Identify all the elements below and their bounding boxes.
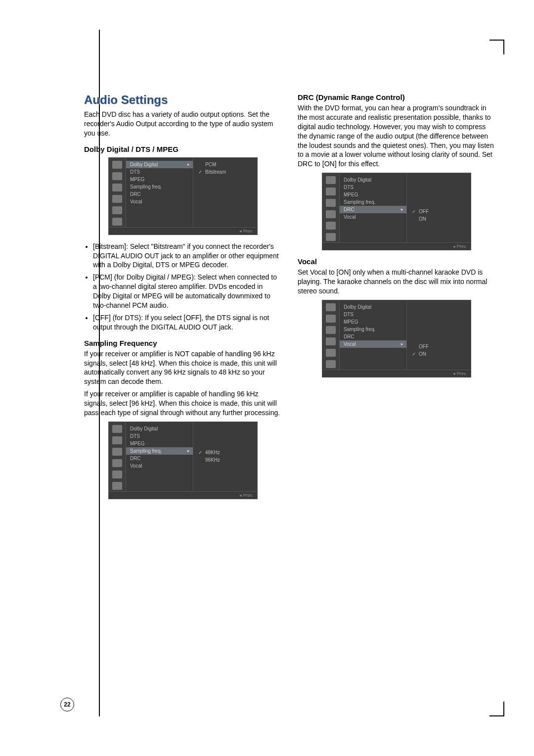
option-pcm: PCM xyxy=(196,161,254,168)
menu-screenshot-dolby: Dolby Digital DTS MPEG Sampling freq. DR… xyxy=(108,157,258,235)
crop-mark-bottom-right xyxy=(490,702,504,716)
menu-category-icons xyxy=(109,158,126,227)
menu-item-dolby-digital: Dolby Digital xyxy=(126,161,193,168)
lock-icon xyxy=(326,337,336,345)
menu-item-dts: DTS xyxy=(126,432,193,440)
menu-item-drc: DRC xyxy=(126,455,193,462)
page-number: 22 xyxy=(60,698,74,711)
dolby-bullet-list: [Bitstream]: Select "Bitstream" if you c… xyxy=(84,242,282,332)
intro-text: Each DVD disc has a variety of audio out… xyxy=(84,110,282,138)
bullet-pcm: [PCM] (for Dolby Digital / MPEG): Select… xyxy=(93,273,282,310)
audio-icon xyxy=(112,184,122,191)
tv-icon xyxy=(112,161,122,169)
language-icon xyxy=(326,315,336,323)
menu-category-icons xyxy=(109,422,126,491)
drc-text: With the DVD format, you can hear a prog… xyxy=(298,103,495,169)
menu-item-list: Dolby Digital DTS MPEG Sampling freq. DR… xyxy=(126,422,193,491)
record-icon xyxy=(112,206,122,214)
vocal-heading: Vocal xyxy=(298,257,495,266)
menu-item-vocal: Vocal xyxy=(340,340,406,348)
audio-icon xyxy=(326,326,336,334)
crop-mark-top-right xyxy=(490,40,504,54)
disc-icon xyxy=(112,482,122,490)
menu-category-icons xyxy=(322,300,340,370)
menu-options: PCM Bitstream xyxy=(193,158,257,227)
menu-item-drc: DRC xyxy=(340,206,406,213)
page-title: Audio Settings xyxy=(84,93,282,107)
menu-item-sampling: Sampling freq. xyxy=(126,447,193,455)
bullet-off-dts: [OFF] (for DTS): If you select [OFF], th… xyxy=(93,313,282,332)
option-off: OFF xyxy=(410,343,468,350)
menu-item-dts: DTS xyxy=(126,168,193,176)
menu-item-mpeg: MPEG xyxy=(126,176,193,183)
tv-icon xyxy=(112,425,122,433)
menu-item-vocal: Vocal xyxy=(126,462,193,470)
menu-item-vocal: Vocal xyxy=(126,198,193,205)
lock-icon xyxy=(112,195,122,203)
dolby-heading: Dolby Digital / DTS / MPEG xyxy=(84,145,282,153)
option-on: ON xyxy=(410,350,468,358)
vocal-text: Set Vocal to [ON] only when a multi-chan… xyxy=(298,268,495,296)
menu-item-sampling: Sampling freq. xyxy=(340,198,406,206)
menu-prev-hint: ◂ Prev. xyxy=(109,491,257,499)
menu-item-drc: DRC xyxy=(340,333,406,340)
sampling-heading: Sampling Frequency xyxy=(84,339,282,347)
language-icon xyxy=(112,436,122,444)
sampling-text-1: If your receiver or amplifier is NOT cap… xyxy=(84,349,282,387)
disc-icon xyxy=(326,233,336,241)
menu-item-mpeg: MPEG xyxy=(340,318,406,326)
menu-options: OFF ON xyxy=(407,173,471,242)
menu-item-dolby-digital: Dolby Digital xyxy=(126,425,193,432)
menu-item-dolby-digital: Dolby Digital xyxy=(340,303,406,311)
bullet-bitstream: [Bitstream]: Select "Bitstream" if you c… xyxy=(93,242,282,270)
menu-item-dts: DTS xyxy=(340,184,406,191)
menu-item-list: Dolby Digital DTS MPEG Sampling freq. DR… xyxy=(340,300,407,370)
drc-heading: DRC (Dynamic Range Control) xyxy=(298,93,495,101)
option-48khz: 48KHz xyxy=(196,449,254,456)
menu-item-dolby-digital: Dolby Digital xyxy=(340,176,406,184)
menu-item-drc: DRC xyxy=(126,190,193,198)
menu-prev-hint: ◂ Prev. xyxy=(322,242,471,250)
audio-icon xyxy=(326,199,336,207)
menu-prev-hint: ◂ Prev. xyxy=(322,370,471,377)
language-icon xyxy=(326,188,336,195)
record-icon xyxy=(326,222,336,230)
disc-icon xyxy=(326,360,336,368)
menu-item-sampling: Sampling freq. xyxy=(340,326,406,333)
menu-screenshot-drc: Dolby Digital DTS MPEG Sampling freq. DR… xyxy=(322,173,471,250)
tv-icon xyxy=(326,176,336,184)
menu-item-list: Dolby Digital DTS MPEG Sampling freq. DR… xyxy=(340,173,407,242)
tv-icon xyxy=(326,303,336,311)
menu-screenshot-vocal: Dolby Digital DTS MPEG Sampling freq. DR… xyxy=(322,300,471,378)
option-off: OFF xyxy=(410,208,468,215)
lock-icon xyxy=(326,210,336,218)
language-icon xyxy=(112,172,122,180)
audio-icon xyxy=(112,448,122,456)
menu-item-list: Dolby Digital DTS MPEG Sampling freq. DR… xyxy=(126,158,193,227)
menu-item-sampling: Sampling freq. xyxy=(126,183,193,190)
option-on: ON xyxy=(410,215,468,223)
menu-prev-hint: ◂ Prev. xyxy=(109,227,257,235)
option-96khz: 96KHz xyxy=(196,456,254,464)
option-bitstream: Bitstream xyxy=(196,168,254,176)
menu-item-mpeg: MPEG xyxy=(126,440,193,447)
menu-options: OFF ON xyxy=(407,300,471,370)
record-icon xyxy=(112,471,122,478)
disc-icon xyxy=(112,218,122,226)
menu-item-dts: DTS xyxy=(340,311,406,318)
record-icon xyxy=(326,349,336,357)
sampling-text-2: If your receiver or amplifier is capable… xyxy=(84,389,282,418)
lock-icon xyxy=(112,459,122,467)
menu-options: 48KHz 96KHz xyxy=(193,422,257,491)
menu-item-vocal: Vocal xyxy=(340,213,406,221)
menu-screenshot-sampling: Dolby Digital DTS MPEG Sampling freq. DR… xyxy=(108,422,258,499)
menu-category-icons xyxy=(322,173,340,242)
menu-item-mpeg: MPEG xyxy=(340,191,406,198)
